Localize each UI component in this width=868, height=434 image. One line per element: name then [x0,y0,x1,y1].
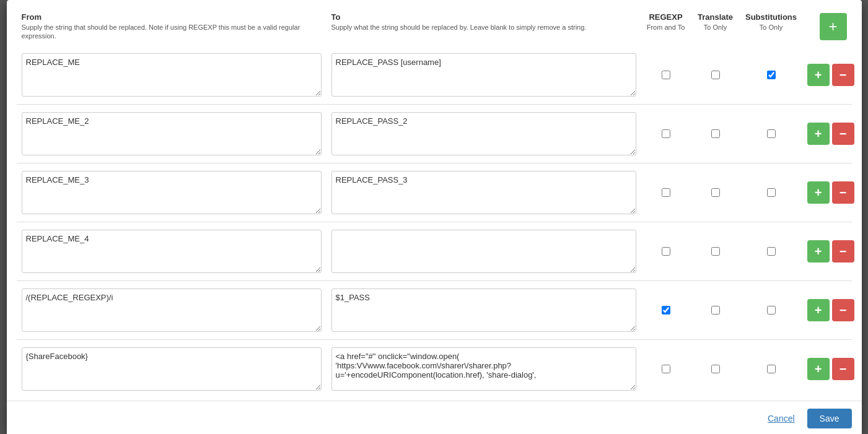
translate-sub: To Only [696,23,735,32]
regexp-checkbox-1[interactable] [662,129,670,138]
add-row-button[interactable]: + [820,13,847,40]
action-cell-0: + − [802,51,852,99]
translate-title: Translate [696,12,735,22]
add-row-button-4[interactable]: + [807,299,830,321]
from-input-4[interactable]: /(REPLACE_REGEXP)/i [22,289,322,332]
table-row: /(REPLACE_REGEXP)/i $1_PASS + − [17,280,852,334]
from-input-1[interactable]: REPLACE_ME_2 [22,112,322,155]
regexp-column-header: REGEXP From and To [641,10,691,43]
substitutions-cell-5 [740,347,802,391]
regexp-checkbox-3[interactable] [662,247,670,256]
add-row-button-3[interactable]: + [807,240,830,263]
remove-row-button-2[interactable]: − [832,181,854,204]
substitutions-column-header: Substitutions To Only [740,10,802,43]
translate-checkbox-3[interactable] [711,247,720,256]
modal-footer: Cancel Save [7,401,862,434]
regexp-cell-2 [641,171,691,214]
to-input-2[interactable]: REPLACE_PASS_3 [331,171,636,214]
to-cell-3 [327,227,641,276]
table-row: REPLACE_ME_3 REPLACE_PASS_3 + − [17,163,852,217]
table-row: REPLACE_ME_4 + − [17,222,852,276]
table-row: REPLACE_ME_2 REPLACE_PASS_2 + − [17,104,852,158]
translate-cell-1 [691,112,740,155]
add-row-button-1[interactable]: + [807,123,830,145]
from-input-0[interactable]: REPLACE_ME [22,53,322,97]
from-input-2[interactable]: REPLACE_ME_3 [22,171,322,214]
to-cell-0: REPLACE_PASS [username] [327,51,641,99]
translate-checkbox-2[interactable] [711,188,720,197]
replace-modal: From Supply the string that should be re… [7,0,862,434]
cancel-button[interactable]: Cancel [760,409,802,428]
regexp-checkbox-2[interactable] [662,188,670,197]
translate-cell-2 [691,171,740,214]
to-cell-2: REPLACE_PASS_3 [327,168,641,217]
to-input-1[interactable]: REPLACE_PASS_2 [331,112,636,155]
translate-cell-4 [691,289,740,332]
to-input-5[interactable]: <a href="#" onclick="window.open( 'https… [331,347,636,391]
translate-checkbox-4[interactable] [711,306,720,315]
translate-checkbox-5[interactable] [711,365,720,373]
substitutions-cell-3 [740,230,802,273]
substitutions-checkbox-4[interactable] [767,306,776,315]
substitutions-checkbox-5[interactable] [767,365,776,373]
from-input-5[interactable]: {ShareFacebook} [22,347,322,391]
from-cell-5: {ShareFacebook} [17,345,327,393]
regexp-sub: From and To [646,23,686,32]
add-row-button-0[interactable]: + [807,64,830,86]
from-cell-2: REPLACE_ME_3 [17,168,327,217]
table-row: {ShareFacebook} <a href="#" onclick="win… [17,339,852,393]
substitutions-cell-0 [740,53,802,97]
substitutions-checkbox-3[interactable] [767,247,776,256]
substitutions-cell-1 [740,112,802,155]
regexp-title: REGEXP [646,12,686,22]
remove-row-button-0[interactable]: − [832,64,854,86]
regexp-checkbox-4[interactable] [662,306,670,315]
remove-row-button-3[interactable]: − [832,240,854,263]
regexp-cell-5 [641,347,691,391]
to-input-3[interactable] [331,230,636,273]
to-description: Supply what the string should be replace… [331,23,636,32]
remove-row-button-5[interactable]: − [832,358,854,380]
to-title: To [331,12,636,22]
translate-checkbox-1[interactable] [711,129,720,138]
to-cell-4: $1_PASS [327,286,641,334]
translate-checkbox-0[interactable] [711,71,720,79]
action-cell-1: + − [802,110,852,158]
regexp-cell-3 [641,230,691,273]
regexp-checkbox-0[interactable] [662,71,670,79]
add-row-button-5[interactable]: + [807,358,830,380]
substitutions-checkbox-1[interactable] [767,129,776,138]
save-button[interactable]: Save [807,409,852,428]
to-cell-5: <a href="#" onclick="window.open( 'https… [327,345,641,393]
from-cell-4: /(REPLACE_REGEXP)/i [17,286,327,334]
to-column-header: To Supply what the string should be repl… [327,10,641,43]
column-headers: From Supply the string that should be re… [17,10,852,43]
from-description: Supply the string that should be replace… [22,23,322,41]
from-column-header: From Supply the string that should be re… [17,10,327,43]
action-cell-2: + − [802,168,852,217]
action-cell-3: + − [802,227,852,276]
remove-row-button-1[interactable]: − [832,123,854,145]
translate-column-header: Translate To Only [691,10,740,43]
translate-cell-0 [691,53,740,97]
substitutions-checkbox-0[interactable] [767,71,776,79]
rows-container: REPLACE_ME REPLACE_PASS [username] + − R… [17,46,852,393]
substitutions-checkbox-2[interactable] [767,188,776,197]
action-cell-5: + − [802,345,852,393]
substitutions-sub: To Only [745,23,797,32]
add-row-button-2[interactable]: + [807,181,830,204]
to-cell-1: REPLACE_PASS_2 [327,110,641,158]
to-input-4[interactable]: $1_PASS [331,289,636,332]
from-cell-3: REPLACE_ME_4 [17,227,327,276]
from-input-3[interactable]: REPLACE_ME_4 [22,230,322,273]
substitutions-cell-2 [740,171,802,214]
regexp-cell-1 [641,112,691,155]
substitutions-cell-4 [740,289,802,332]
remove-row-button-4[interactable]: − [832,299,854,321]
regexp-checkbox-5[interactable] [662,365,670,373]
from-cell-0: REPLACE_ME [17,51,327,99]
to-input-0[interactable]: REPLACE_PASS [username] [331,53,636,97]
regexp-cell-4 [641,289,691,332]
translate-cell-3 [691,230,740,273]
from-cell-1: REPLACE_ME_2 [17,110,327,158]
